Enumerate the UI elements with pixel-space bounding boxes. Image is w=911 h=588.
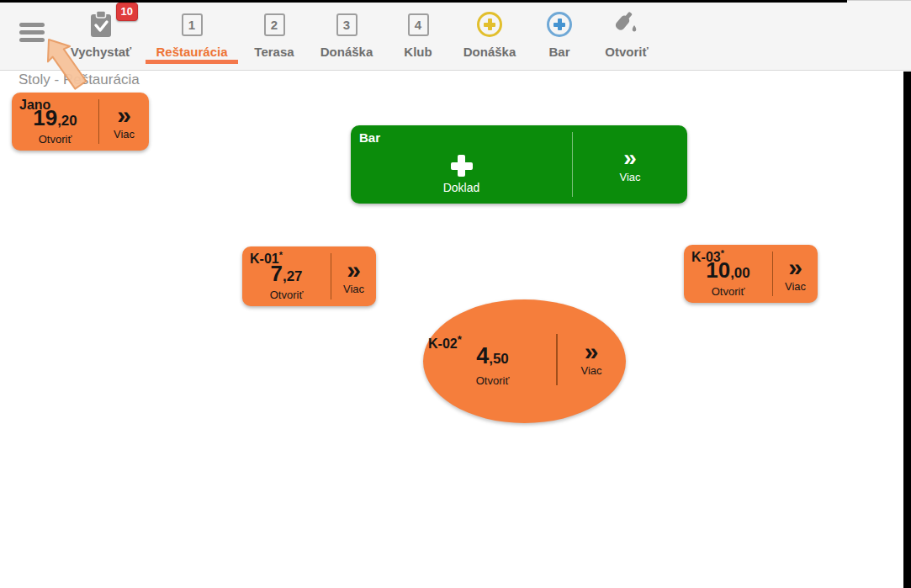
table-open-action[interactable]: K-01* 7,27 Otvoriť [242,246,331,306]
chevrons-right-icon: » [623,146,637,170]
more-label: Viac [785,280,806,293]
open-label: Otvoriť [712,284,745,299]
table-tile-k03: K-03* 10,00 Otvoriť » Viac [684,245,818,303]
number-1-icon: 1 [182,13,203,36]
more-label: Viac [343,283,364,295]
toolbar: 10 Vychystať 1 Reštaurácia 2 Terasa 3 Do… [0,0,911,71]
table-more-action[interactable]: » Viac [558,340,625,377]
table-name: K-03* [691,248,724,265]
screen-right-edge-line [903,72,911,588]
table-open-action[interactable]: Otvoriť [440,374,545,387]
table-more-action[interactable]: » Viac [99,93,149,151]
number-4-icon: 4 [408,13,429,36]
plus-circle-blue-icon [547,12,572,37]
tab-terasa-label: Terasa [254,45,294,59]
active-tab-underline [146,60,238,64]
new-donaska-label: Donáška [463,45,516,59]
plus-icon [451,155,473,177]
table-amount: 4,50 [440,345,545,370]
otvorit-button[interactable]: Otvoriť [592,1,661,72]
tab-klub-label: Klub [404,45,432,59]
table-more-action[interactable]: » Viac [573,125,687,204]
table-open-action[interactable]: K-03* 10,00 Otvoriť [684,245,772,303]
number-2-icon: 2 [264,13,285,36]
open-label: Otvoriť [270,288,304,302]
new-donaska-button[interactable]: Donáška [453,1,527,72]
bottle-drop-icon [612,6,642,43]
tab-terasa[interactable]: 2 Terasa [246,1,303,72]
plus-circle-yellow-icon [477,12,502,37]
tab-restauracia-label: Reštaurácia [156,45,227,59]
hamburger-bar [19,38,45,42]
tab-klub[interactable]: 4 Klub [390,1,446,72]
chevrons-right-icon: » [788,256,802,279]
table-tile-k02: K-02* 4,50 Otvoriť » Viac [423,299,626,423]
table-tile-jano: Jano 19,20 Otvoriť » Viac [12,93,149,151]
new-bar-button[interactable]: Bar [532,1,587,72]
table-name: Bar [359,130,380,145]
table-name: K-01* [250,250,283,267]
table-tile-k01: K-01* 7,27 Otvoriť » Viac [242,246,376,306]
more-label: Viac [114,128,135,140]
open-label: Otvoriť [39,132,72,146]
vychystat-button[interactable]: 10 Vychystať [64,1,138,72]
chevrons-right-icon: » [585,340,599,363]
hamburger-bar [19,30,45,34]
chevrons-right-icon: » [347,258,361,282]
tab-donaska-label: Donáška [320,45,373,59]
more-label: Viac [619,171,640,183]
hamburger-bar [19,23,45,27]
hamburger-menu-button[interactable] [19,23,45,45]
number-3-icon: 3 [336,13,358,36]
table-open-action[interactable]: Jano 19,20 Otvoriť [12,93,98,151]
tab-donaska[interactable]: 3 Donáška [310,1,384,72]
page-title: Stoly - Reštaurácia [19,72,140,88]
otvorit-label: Otvoriť [605,45,648,59]
notification-badge: 10 [116,3,138,21]
chevrons-right-icon: » [117,103,131,127]
vychystat-label: Vychystať [71,45,132,59]
table-more-action[interactable]: » Viac [773,245,818,303]
table-more-action[interactable]: » Viac [331,246,376,306]
doklad-label: Doklad [443,181,480,194]
bar-doklad-action[interactable]: Bar Doklad [351,125,572,204]
clipboard-check-icon [87,6,114,43]
screen-top-edge-line [0,0,847,3]
more-label: Viac [580,364,601,377]
table-tile-bar: Bar Doklad » Viac [351,125,687,204]
new-bar-label: Bar [548,45,569,59]
table-name: Jano [19,96,50,113]
